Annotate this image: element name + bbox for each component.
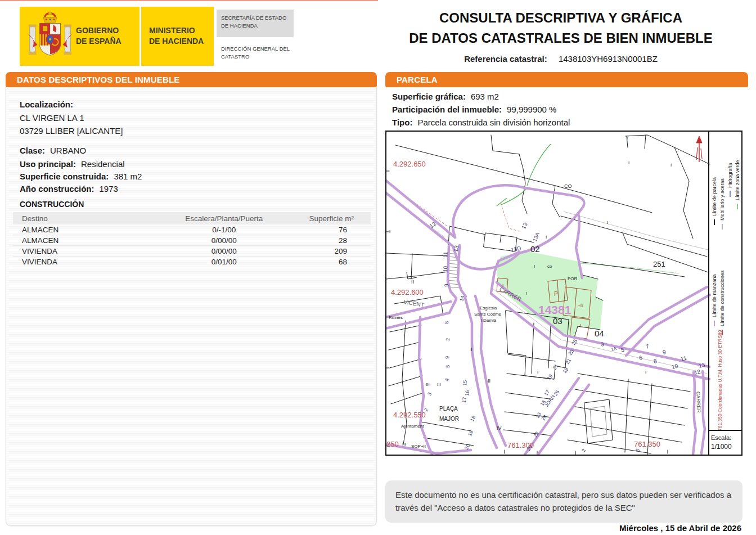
field-superficie-grafica-label: Superficie gráfica: — [392, 92, 466, 101]
parcela-panel: PARCELA Superficie gráfica:693 m2 Partic… — [385, 72, 748, 535]
field-uso-value: Residencial — [81, 159, 125, 169]
field-tipo-value: Parcela construida sin división horizont… — [417, 118, 570, 127]
legend-item: 761.350 Coordenadas U.T.M. Huso 30 ETRS8… — [717, 330, 723, 431]
legend-label: Límite zona verde — [735, 160, 740, 200]
map-label: 03 — [553, 316, 562, 326]
cell: 0/00/00 — [156, 246, 292, 257]
map-label: I — [471, 347, 472, 352]
cell: 68 — [292, 257, 371, 267]
map-label: 10 — [671, 362, 679, 370]
map-label: 02 — [530, 244, 540, 254]
map-label: 7 — [645, 343, 650, 350]
map-label: II — [488, 378, 490, 384]
map-label: 8 — [653, 358, 658, 365]
map-label: I — [628, 160, 629, 165]
legend-label: Hidrografía — [727, 163, 733, 188]
gobierno-label: GOBIERNO DE ESPAÑA — [76, 25, 139, 47]
cell: 209 — [292, 246, 371, 257]
cell: 76 — [292, 224, 371, 235]
field-participacion-label: Participación del inmueble: — [392, 105, 502, 114]
map-label: MAJOR — [439, 416, 459, 422]
parcela-header: PARCELA — [385, 72, 748, 87]
field-superficie-value: 381 m2 — [114, 172, 142, 181]
map-label: i Damià — [481, 318, 497, 323]
map-label: 4.292.600 — [391, 288, 424, 296]
map-label: 6 — [638, 354, 643, 361]
map-label: I — [537, 370, 538, 375]
address-line-1: CL VIRGEN LA 1 — [20, 113, 84, 123]
map-label: 9 — [662, 349, 667, 356]
map-label: Ruines — [389, 315, 403, 320]
map-label: 10 — [442, 266, 448, 272]
field-tipo: Tipo:Parcela construida sin división hor… — [392, 118, 570, 127]
legend-item: Límite de construcciones — [719, 270, 725, 335]
field-superficie: Superficie construida:381 m2 — [20, 172, 142, 181]
field-clase-label: Clase: — [20, 146, 45, 155]
map-label: III — [402, 442, 406, 447]
gobierno-logo: GOBIERNO DE ESPAÑA MINISTERIO DE HACIEND… — [20, 7, 214, 66]
legend-item: Hidrografía — [727, 163, 733, 197]
field-clase: Clase:URBANO — [20, 146, 86, 155]
map-label: III — [437, 382, 441, 387]
field-uso: Uso principal:Residencial — [20, 159, 125, 169]
map-label: I — [580, 323, 582, 329]
table-row: VIVIENDA 0/01/00 68 — [13, 257, 371, 267]
map-label: 4 — [444, 378, 450, 382]
field-anio-label: Año construcción: — [20, 184, 94, 194]
map-label: PLAÇA — [439, 406, 458, 412]
map-label: CARRER — [695, 392, 701, 413]
map-label: 14381 — [538, 303, 572, 316]
map-label: 9 — [443, 284, 449, 287]
map-label: IV — [497, 425, 502, 431]
map-label: I — [627, 136, 628, 141]
datos-descriptivos-header: DATOS DESCRIPTIVOS DEL INMUEBLE — [6, 72, 377, 87]
legend-item: Límite de parcela — [712, 177, 717, 225]
title-line-2: DE DATOS CATASTRALES DE BIEN INMUEBLE — [371, 28, 750, 48]
map-label: P — [554, 291, 558, 297]
map-label: VICENT — [403, 299, 425, 308]
spain-coat-of-arms — [25, 10, 75, 65]
legend-item: Límite de manzana — [712, 274, 717, 326]
map-legend: Límite de parcelaMobiliario y acerasHidr… — [712, 160, 740, 431]
cell: ALMACEN — [13, 224, 156, 235]
construccion-table: Destino Escalera/Planta/Puerta Superfici… — [13, 212, 371, 267]
map-label: I — [389, 229, 390, 234]
field-participacion-value: 99,999900 % — [507, 105, 556, 114]
document-title: CONSULTA DESCRIPTIVA Y GRÁFICA DE DATOS … — [371, 8, 750, 64]
referencia-label: Referencia catastral: — [464, 54, 547, 64]
map-label: 13 — [520, 222, 529, 230]
map-label: 4.292.650 — [393, 160, 426, 168]
cell: VIVIENDA — [13, 257, 156, 267]
map-label: I — [546, 235, 547, 240]
cell: 0/01/00 — [156, 257, 292, 267]
logo-divider — [140, 7, 141, 66]
legend-label: Límite de construcciones — [719, 270, 725, 326]
field-superficie-grafica-value: 693 m2 — [471, 92, 499, 101]
map-label: 16 — [464, 390, 470, 396]
map-label: SOP+II — [411, 444, 426, 449]
secretaria-label: SECRETARÍA DE ESTADO DE HACIENDA — [217, 10, 294, 37]
map-label: 251 — [653, 260, 665, 268]
map-label: 9 — [444, 356, 450, 359]
col-superficie: Superficie m² — [292, 212, 371, 224]
cell: ALMACEN — [13, 235, 156, 246]
field-clase-value: URBANO — [50, 146, 86, 155]
legend-label: 761.350 Coordenadas U.T.M. Huso 30 ETRS8… — [717, 330, 723, 431]
map-label: CO — [564, 183, 572, 189]
address-line-2: 03729 LLIBER [ALICANTE] — [20, 126, 123, 136]
map-label: I — [670, 163, 672, 168]
map-label: +II — [578, 303, 583, 308]
field-participacion: Participación del inmueble:99,999900 % — [392, 105, 556, 114]
col-destino: Destino — [13, 212, 156, 224]
document-date: Miércoles , 15 de Abril de 2026 — [619, 523, 741, 533]
map-label: 22 — [532, 430, 540, 438]
map-label: 21 — [551, 363, 559, 371]
field-superficie-grafica: Superficie gráfica:693 m2 — [392, 92, 499, 101]
map-label: 761.350 — [634, 440, 660, 448]
table-row: ALMACEN 0/00/00 28 — [13, 235, 371, 246]
map-label: POR — [568, 276, 578, 281]
field-tipo-label: Tipo: — [392, 118, 412, 127]
map-label: II — [411, 279, 414, 285]
construccion-header-row: Destino Escalera/Planta/Puerta Superfici… — [13, 212, 371, 224]
map-label: 5 — [445, 365, 451, 368]
